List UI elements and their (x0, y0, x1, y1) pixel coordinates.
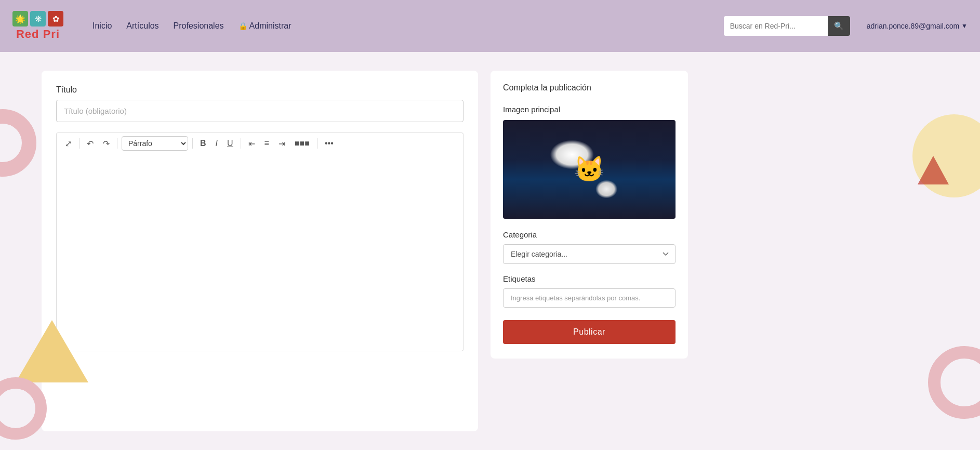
lock-icon: 🔒 (239, 22, 247, 30)
toolbar-sep-3 (192, 138, 193, 149)
user-email: adrian.ponce.89@gmail.com (867, 22, 959, 30)
logo-icon-teal: ❋ (30, 11, 46, 27)
undo-button[interactable]: ↶ (84, 137, 97, 151)
image-section-label: Imagen principal (503, 105, 676, 114)
bold-icon: B (200, 139, 206, 148)
more-icon: ••• (325, 139, 334, 148)
main-image-preview[interactable]: 🐱 (503, 120, 676, 219)
nav-links: Inicio Artículos Profesionales 🔒 Adminis… (80, 0, 303, 52)
align-left-icon: ⇤ (248, 139, 255, 149)
navbar: 🌟 ❋ ✿ Red Pri Inicio Artículos Profesion… (0, 0, 980, 52)
search-input[interactable] (724, 22, 828, 30)
redo-button[interactable]: ↷ (100, 137, 113, 151)
logo-text: Red Pri (16, 28, 60, 41)
page-body: Título ⤢ ↶ ↷ Párrafo Encabezado 1 Encabe… (0, 52, 980, 450)
toolbar-sep-1 (79, 138, 80, 149)
align-right-icon: ⇥ (279, 139, 285, 149)
italic-button[interactable]: I (213, 137, 221, 150)
editor-panel: Título ⤢ ↶ ↷ Párrafo Encabezado 1 Encabe… (42, 71, 478, 431)
cat-image: 🐱 (503, 120, 676, 219)
undo-icon: ↶ (87, 139, 94, 149)
title-input[interactable] (56, 100, 463, 122)
deco-triangle-red (918, 156, 949, 184)
deco-circle-yellow-right (912, 114, 980, 197)
editor-content-area[interactable] (56, 154, 463, 351)
underline-icon: U (227, 139, 233, 148)
editor-toolbar: ⤢ ↶ ↷ Párrafo Encabezado 1 Encabezado 2 … (56, 133, 463, 154)
align-center-button[interactable]: ≡ (261, 137, 272, 150)
deco-circle-top-left (0, 109, 36, 177)
fullscreen-icon: ⤢ (65, 139, 72, 149)
user-menu[interactable]: adrian.ponce.89@gmail.com ▼ (867, 22, 968, 30)
paragraph-select[interactable]: Párrafo Encabezado 1 Encabezado 2 Encabe… (122, 136, 188, 151)
more-options-button[interactable]: ••• (322, 137, 337, 150)
bold-button[interactable]: B (197, 137, 209, 150)
category-select[interactable]: Elegir categoria... Tecnología Salud Edu… (503, 244, 676, 264)
search-area: 🔍 (724, 16, 850, 36)
fullscreen-button[interactable]: ⤢ (62, 137, 75, 151)
sidebar-title: Completa la publicación (503, 83, 676, 92)
justify-icon: ■■■ (295, 139, 310, 148)
sidebar-panel: Completa la publicación Imagen principal… (491, 71, 688, 359)
underline-button[interactable]: U (224, 137, 236, 150)
nav-administrar[interactable]: 🔒 Administrar (239, 21, 292, 31)
toolbar-sep-2 (117, 138, 117, 149)
tags-input[interactable] (503, 288, 676, 308)
align-center-icon: ≡ (264, 139, 269, 148)
title-label: Título (56, 85, 463, 95)
deco-circle-bottom-left (0, 377, 47, 440)
italic-icon: I (216, 139, 218, 148)
publish-button[interactable]: Publicar (503, 320, 676, 344)
nav-profesionales[interactable]: Profesionales (174, 21, 224, 31)
align-left-button[interactable]: ⇤ (245, 137, 258, 151)
tags-label: Etiquetas (503, 274, 676, 283)
chevron-down-icon: ▼ (961, 22, 968, 30)
align-right-button[interactable]: ⇥ (275, 137, 288, 151)
search-button[interactable]: 🔍 (828, 16, 850, 36)
nav-articulos[interactable]: Artículos (126, 21, 158, 31)
toolbar-sep-5 (317, 138, 317, 149)
category-label: Categoria (503, 230, 676, 239)
deco-circle-pink-right (928, 346, 980, 419)
redo-icon: ↷ (103, 139, 110, 149)
logo[interactable]: 🌟 ❋ ✿ Red Pri (12, 11, 63, 41)
nav-inicio[interactable]: Inicio (92, 21, 112, 31)
logo-icon-green: 🌟 (12, 11, 28, 27)
toolbar-sep-4 (241, 138, 241, 149)
logo-icon-red: ✿ (48, 11, 63, 27)
justify-button[interactable]: ■■■ (292, 137, 313, 150)
